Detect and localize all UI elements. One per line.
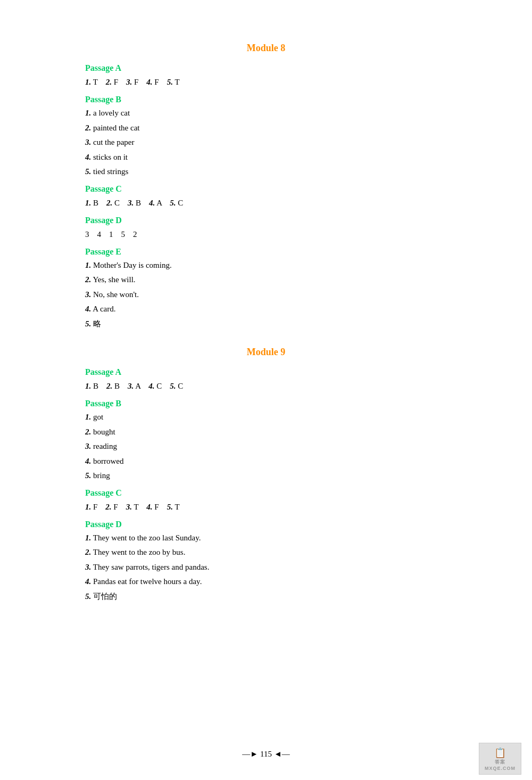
arrow-right-icon: ◄— <box>274 750 290 759</box>
module8-passage-a-label: Passage A <box>85 63 447 73</box>
module8-passage-b: Passage B 1. a lovely cat 2. painted the… <box>85 95 447 179</box>
module9-d-item-3: 3. They saw parrots, tigers and pandas. <box>85 561 447 574</box>
watermark-icon: 📋 <box>494 747 506 759</box>
module9-d-item-2: 2. They went to the zoo by bus. <box>85 546 447 560</box>
page-number: 115 <box>260 750 272 759</box>
module9-d-item-4: 4. Pandas eat for twelve hours a day. <box>85 575 447 589</box>
module8-passage-a: Passage A 1. T 2. F 3. F 4. F 5. T <box>85 63 447 89</box>
module9-passage-d-label: Passage D <box>85 520 447 529</box>
module8-b-item-3: 3. cut the paper <box>85 136 447 150</box>
module8-passage-c-answers: 1. B 2. C 3. B 4. A 5. C <box>85 196 447 210</box>
module-9-title: Module 9 <box>85 347 447 358</box>
module8-passage-e: Passage E 1. Mother's Day is coming. 2. … <box>85 247 447 331</box>
module8-passage-d-label: Passage D <box>85 216 447 225</box>
module8-b-item-2: 2. painted the cat <box>85 121 447 135</box>
watermark-text-2: MXQE.COM <box>485 766 516 771</box>
module8-passage-a-answers: 1. T 2. F 3. F 4. F 5. T <box>85 75 447 89</box>
module9-passage-a-answers: 1. B 2. B 3. A 4. C 5. C <box>85 379 447 393</box>
module-8-title: Module 8 <box>85 43 447 54</box>
module9-passage-a-label: Passage A <box>85 367 447 377</box>
module9-passage-b: Passage B 1. got 2. bought 3. reading 4.… <box>85 399 447 483</box>
watermark: 📋 答案 MXQE.COM <box>479 743 521 775</box>
module8-e-item-1: 1. Mother's Day is coming. <box>85 259 447 273</box>
module9-d-item-5: 5. 可怕的 <box>85 590 447 604</box>
module8-passage-c-label: Passage C <box>85 184 447 194</box>
module8-passage-d: Passage D 3 4 1 5 2 <box>85 216 447 242</box>
watermark-text-1: 答案 <box>495 759 505 766</box>
module9-passage-c-answers: 1. F 2. F 3. T 4. F 5. T <box>85 500 447 514</box>
module8-e-item-4: 4. A card. <box>85 302 447 316</box>
module8-e-item-2: 2. Yes, she will. <box>85 273 447 287</box>
module9-passage-a: Passage A 1. B 2. B 3. A 4. C 5. C <box>85 367 447 393</box>
module9-passage-b-label: Passage B <box>85 399 447 408</box>
module8-b-item-4: 4. sticks on it <box>85 151 447 165</box>
module9-b-item-1: 1. got <box>85 410 447 424</box>
module8-b-item-5: 5. tied strings <box>85 165 447 179</box>
module8-passage-c: Passage C 1. B 2. C 3. B 4. A 5. C <box>85 184 447 210</box>
page-content: Module 8 Passage A 1. T 2. F 3. F 4. F 5… <box>53 0 479 662</box>
module8-passage-e-label: Passage E <box>85 247 447 257</box>
module9-d-item-1: 1. They went to the zoo last Sunday. <box>85 531 447 545</box>
module9-passage-d: Passage D 1. They went to the zoo last S… <box>85 520 447 604</box>
module9-passage-c: Passage C 1. F 2. F 3. T 4. F 5. T <box>85 488 447 514</box>
module9-passage-c-label: Passage C <box>85 488 447 498</box>
module9-b-item-3: 3. reading <box>85 440 447 454</box>
module9-b-item-5: 5. bring <box>85 469 447 483</box>
module8-passage-b-label: Passage B <box>85 95 447 104</box>
arrow-left-icon: —► <box>242 750 258 759</box>
module-9: Module 9 Passage A 1. B 2. B 3. A 4. C 5… <box>85 347 447 603</box>
module9-b-item-4: 4. borrowed <box>85 455 447 469</box>
module8-e-item-3: 3. No, she won't. <box>85 288 447 302</box>
page-footer: —► 115 ◄— <box>0 750 532 759</box>
module8-passage-d-answers: 3 4 1 5 2 <box>85 227 447 242</box>
module8-e-item-5: 5. 略 <box>85 317 447 331</box>
module8-b-item-1: 1. a lovely cat <box>85 106 447 120</box>
module-8: Module 8 Passage A 1. T 2. F 3. F 4. F 5… <box>85 43 447 331</box>
module9-b-item-2: 2. bought <box>85 425 447 439</box>
